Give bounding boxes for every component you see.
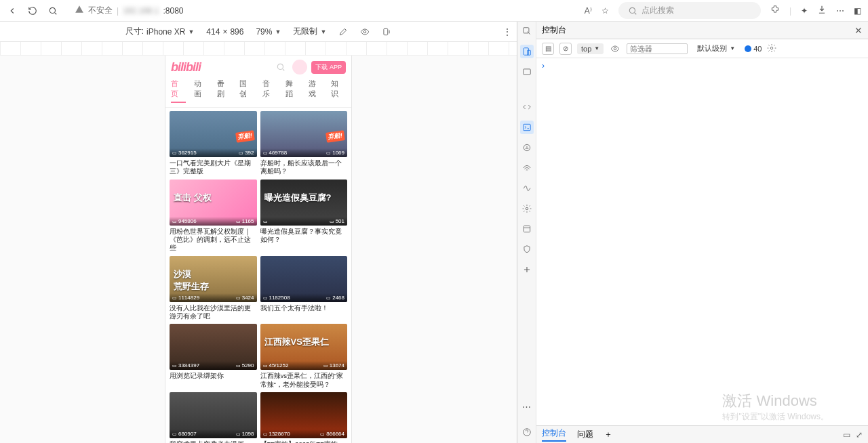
memory-icon[interactable] xyxy=(520,202,534,215)
video-card[interactable]: 直击 父权9458061165用粉色世界瓦解父权制度｜《芭比》的调刺，远不止这些 xyxy=(170,180,257,253)
video-card[interactable]: 11825082468我们五个太有手法啦！ xyxy=(260,256,348,321)
video-card[interactable]: 1328670866664【TF家族】2023年TF家族《登陆计划》系列演唱会—… xyxy=(260,392,348,443)
tab-2[interactable]: 番剧 xyxy=(217,79,232,103)
tab-3[interactable]: 国创 xyxy=(239,79,254,103)
svg-rect-7 xyxy=(527,50,530,55)
category-tabs: 首页动画番剧国创音乐舞蹈游戏知识 xyxy=(165,79,351,108)
close-devtools-button[interactable]: ✕ xyxy=(854,25,863,36)
sources-icon[interactable] xyxy=(520,141,534,154)
tab-1[interactable]: 动画 xyxy=(194,79,209,103)
video-card[interactable]: 沙漠 荒野生存11148293424没有人比我在沙漠里活的更游刃有余了吧 xyxy=(170,256,257,321)
favorites-icon[interactable]: ✦ xyxy=(801,6,808,16)
more-tools-icon[interactable]: ⋯ xyxy=(520,400,534,413)
throttle-select[interactable]: 无限制▼ xyxy=(293,26,326,37)
app-header: bilibili 下载 APP xyxy=(165,56,351,79)
expand-icon[interactable]: ⤢ xyxy=(856,430,863,440)
issues-badge[interactable]: 40 xyxy=(745,45,762,53)
settings-icon[interactable] xyxy=(767,43,776,54)
url-port: :8080 xyxy=(163,6,184,16)
drawer-tab-console[interactable]: 控制台 xyxy=(542,427,566,442)
insecure-icon xyxy=(75,5,84,16)
performance-icon[interactable] xyxy=(520,182,534,195)
drawer-tabs: 控制台 问题 ＋ ▭ ⤢ xyxy=(536,425,868,443)
video-grid: 弃船!362915392一口气看完美剧大片《星期三》完整版弃船!46978810… xyxy=(165,108,351,443)
device-toolbar: 尺寸: iPhone XR ▼ 414 × 896 79%▼ 无限制▼ ⋮ xyxy=(0,22,517,42)
ink-icon[interactable] xyxy=(338,27,348,37)
svg-rect-8 xyxy=(523,69,530,75)
address-bar[interactable]: 不安全 | 192.168.1:8080 xyxy=(68,3,191,18)
drawer-tab-issues[interactable]: 问题 xyxy=(577,429,593,440)
video-card[interactable]: 弃船!362915392一口气看完美剧大片《星期三》完整版 xyxy=(170,111,257,176)
svg-point-0 xyxy=(50,7,55,13)
security-icon[interactable] xyxy=(520,242,534,256)
video-card[interactable]: 6809071098我穿尤里卡突袭者去漫展，没什么问题吧？ xyxy=(170,392,257,443)
devtools-panel: ⋯ 控制台 ✕ ▤ ⊘ top▼ 默认级别▼ 40 › 控制台 xyxy=(517,22,868,443)
svg-point-14 xyxy=(614,47,616,50)
live-expression-icon[interactable] xyxy=(609,43,621,55)
video-card[interactable]: 弃船!4697881069弃船时，船长应该最后一个离船吗？ xyxy=(260,111,348,176)
height-value[interactable]: 896 xyxy=(230,27,243,37)
video-card[interactable]: 曝光造假臭豆腐?501曝光造假臭豆腐？事实究竟如何？ xyxy=(260,180,348,253)
downloads-icon[interactable] xyxy=(817,5,827,16)
bilibili-logo[interactable]: bilibili xyxy=(171,60,201,75)
svg-rect-6 xyxy=(524,48,528,56)
plus-icon[interactable] xyxy=(520,263,534,276)
device-mode-icon[interactable] xyxy=(520,45,534,58)
tab-6[interactable]: 游戏 xyxy=(309,79,323,103)
svg-point-1 xyxy=(629,7,635,13)
avatar[interactable] xyxy=(292,60,307,75)
add-tab-icon[interactable]: ＋ xyxy=(604,429,612,440)
toolbar-more-icon[interactable]: ⋮ xyxy=(503,27,511,37)
search-icon[interactable] xyxy=(273,60,288,75)
console-output[interactable]: › xyxy=(536,58,868,425)
errors-icon[interactable]: ▭ xyxy=(843,430,850,440)
video-card[interactable]: 33843975290用浏览记录绑架你 xyxy=(170,324,257,389)
svg-point-4 xyxy=(278,64,283,69)
application-icon[interactable] xyxy=(520,222,534,236)
split-icon[interactable]: ◧ xyxy=(854,6,861,16)
devtools-tabs: 控制台 ✕ xyxy=(536,22,868,39)
device-select[interactable]: 尺寸: iPhone XR ▼ xyxy=(125,26,195,37)
back-button[interactable] xyxy=(7,5,18,16)
zoom-select[interactable]: 79%▼ xyxy=(256,27,281,37)
width-value[interactable]: 414 xyxy=(206,27,220,37)
loglevel-select[interactable]: 默认级别▼ xyxy=(693,42,739,55)
tab-console[interactable]: 控制台 xyxy=(542,24,566,36)
console-prompt: › xyxy=(542,61,545,70)
sidebar-search[interactable]: 点此搜索 xyxy=(618,2,761,19)
tab-0[interactable]: 首页 xyxy=(171,79,186,103)
tab-5[interactable]: 舞蹈 xyxy=(285,79,300,103)
viewport-pane: 尺寸: iPhone XR ▼ 414 × 896 79%▼ 无限制▼ ⋮ bi… xyxy=(0,22,517,443)
sidebar-toggle-icon[interactable]: ▤ xyxy=(542,43,554,55)
rotate-icon[interactable] xyxy=(382,27,391,37)
security-label: 不安全 xyxy=(88,5,113,16)
code-icon[interactable] xyxy=(520,100,534,114)
filter-input[interactable] xyxy=(627,43,688,54)
clear-console-icon[interactable]: ⊘ xyxy=(559,43,572,55)
read-aloud-icon[interactable]: A⁾ xyxy=(585,6,592,16)
elements-icon[interactable] xyxy=(520,65,534,79)
url-host: 192.168.1 xyxy=(123,6,159,16)
video-card[interactable]: 江西辣VS歪果仁45/125213674江西辣vs歪果仁，江西的"家常辣"，老外… xyxy=(260,324,348,389)
console-icon[interactable] xyxy=(520,121,534,134)
favorite-icon[interactable]: ☆ xyxy=(601,6,609,16)
more-icon[interactable]: ⋯ xyxy=(836,6,844,16)
visibility-icon[interactable] xyxy=(360,27,370,37)
help-icon[interactable] xyxy=(520,425,534,439)
reload-button[interactable] xyxy=(27,5,38,16)
download-app-button[interactable]: 下载 APP xyxy=(311,61,346,74)
svg-rect-3 xyxy=(384,28,388,35)
tab-7[interactable]: 知识 xyxy=(331,79,346,103)
svg-point-15 xyxy=(771,47,774,49)
svg-rect-12 xyxy=(524,226,530,232)
console-toolbar: ▤ ⊘ top▼ 默认级别▼ 40 xyxy=(536,39,868,58)
ruler xyxy=(0,42,517,56)
tab-4[interactable]: 音乐 xyxy=(262,79,277,103)
extensions-icon[interactable] xyxy=(770,5,780,16)
inspect-icon[interactable] xyxy=(520,24,534,38)
search-button[interactable] xyxy=(47,5,58,16)
svg-point-2 xyxy=(364,30,367,33)
browser-toolbar: 不安全 | 192.168.1:8080 A⁾ ☆ 点此搜索 | ✦ ⋯ ◧ xyxy=(0,0,868,22)
context-select[interactable]: top▼ xyxy=(577,43,604,54)
network-icon[interactable] xyxy=(520,161,534,175)
